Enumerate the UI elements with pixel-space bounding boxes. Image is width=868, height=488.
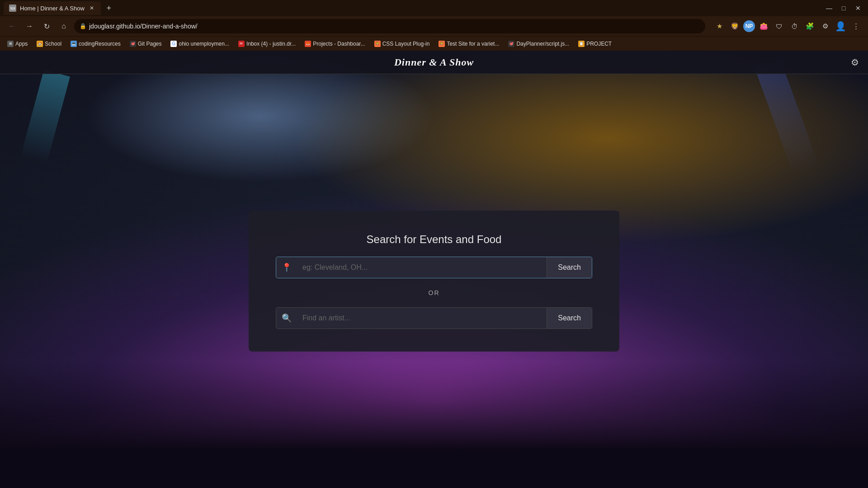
brave-icon[interactable]: 🦁 (728, 19, 741, 33)
search-icon: 🔍 (276, 308, 297, 328)
bookmark-gitlab[interactable]: 🦊 Projects - Dashboar... (301, 38, 368, 49)
bookmark-github[interactable]: 🐙 DayPlanner/script.js... (505, 38, 573, 49)
location-search-input[interactable] (297, 257, 547, 278)
bookmark-project-label: PROJECT (586, 41, 612, 47)
bookmark-apps[interactable]: ⊞ Apps (4, 38, 31, 49)
bookmark-gmail-label: Inbox (4) - justin.dr... (246, 41, 296, 47)
app-settings-button[interactable]: ⚙ (849, 55, 861, 70)
github-favicon: 🐙 (508, 41, 514, 47)
bookmark-google-label: ohio unemploymen... (179, 41, 229, 47)
bookmark-gitlab-label: Projects - Dashboar... (313, 41, 365, 47)
address-text: jdouglasr.github.io/Dinner-and-a-show/ (89, 23, 700, 30)
bookmark-moz[interactable]: 🦁 CSS Layout Plug-in (371, 38, 434, 49)
history-icon[interactable]: ⏱ (788, 19, 801, 33)
wallet-icon[interactable]: 👛 (757, 19, 770, 33)
lock-icon: 🔒 (80, 23, 86, 29)
artist-search-row: 🔍 Search (276, 307, 592, 329)
bookmark-coding-label: codingResources (79, 41, 121, 47)
project-favicon: 📋 (578, 41, 585, 47)
bookmark-school[interactable]: 🏫 School (33, 38, 65, 49)
tab-title: Home | Dinner & A Show (20, 5, 85, 12)
bookmark-github-label: DayPlanner/script.js... (516, 41, 569, 47)
maximize-button[interactable]: □ (837, 2, 850, 14)
apps-favicon: ⊞ (7, 41, 14, 47)
forward-button[interactable]: → (23, 19, 36, 33)
coding-favicon: 💻 (71, 41, 77, 47)
toolbar-icons: ★ 🦁 NP 👛 🛡 ⏱ 🧩 ⚙ 👤 ⋮ (712, 19, 863, 33)
gmail-favicon: ✉ (238, 41, 245, 47)
school-favicon: 🏫 (37, 41, 43, 47)
app-navbar: Dinner & A Show ⚙ (0, 51, 868, 74)
moz-favicon: 🦁 (374, 41, 381, 47)
page-content: Dinner & A Show ⚙ Search for Events and … (0, 51, 868, 488)
bookmark-project[interactable]: 📋 PROJECT (575, 38, 615, 49)
app-title: Dinner & A Show (394, 56, 474, 68)
search-card: Search for Events and Food 📍 Search OR 🔍… (249, 211, 619, 352)
profile-icon[interactable]: NP (743, 20, 755, 32)
bookmark-coding[interactable]: 💻 codingResources (67, 38, 124, 49)
tab-bar: 🍽 Home | Dinner & A Show ✕ + — □ ✕ (0, 0, 868, 16)
home-button[interactable]: ⌂ (57, 19, 71, 33)
search-heading: Search for Events and Food (367, 233, 502, 246)
tab-close-button[interactable]: ✕ (88, 5, 95, 12)
bookmark-school-label: School (45, 41, 61, 47)
bookmark-star-icon[interactable]: ★ (712, 19, 726, 33)
address-input[interactable]: 🔒 jdouglasr.github.io/Dinner-and-a-show/ (74, 19, 705, 33)
avatar-icon[interactable]: 👤 (834, 19, 847, 33)
new-tab-button[interactable]: + (103, 2, 115, 14)
window-controls: — □ ✕ (823, 2, 864, 14)
active-tab[interactable]: 🍽 Home | Dinner & A Show ✕ (4, 1, 101, 15)
shield-icon[interactable]: 🛡 (772, 19, 786, 33)
tab-favicon: 🍽 (9, 5, 16, 12)
address-bar: ← → ↻ ⌂ 🔒 jdouglasr.github.io/Dinner-and… (0, 16, 868, 36)
settings-icon[interactable]: ⚙ (818, 19, 832, 33)
moz2-favicon: 🦁 (439, 41, 445, 47)
close-button[interactable]: ✕ (852, 2, 864, 14)
bookmark-gmail[interactable]: ✉ Inbox (4) - justin.dr... (235, 38, 299, 49)
minimize-button[interactable]: — (823, 2, 835, 14)
artist-search-input[interactable] (297, 308, 547, 328)
location-search-row: 📍 Search (276, 257, 592, 278)
extensions-icon[interactable]: 🧩 (803, 19, 816, 33)
main-content: Search for Events and Food 📍 Search OR 🔍… (0, 74, 868, 488)
bookmark-gitpages[interactable]: 🐙 Git Pages (126, 38, 165, 49)
location-icon: 📍 (276, 257, 297, 278)
bookmark-moz-label: CSS Layout Plug-in (382, 41, 430, 47)
or-divider: OR (429, 289, 440, 296)
gitlab-favicon: 🦊 (305, 41, 311, 47)
gitpages-favicon: 🐙 (130, 41, 136, 47)
bookmark-gitpages-label: Git Pages (138, 41, 162, 47)
back-button[interactable]: ← (5, 19, 19, 33)
artist-search-button[interactable]: Search (547, 308, 592, 328)
bookmark-moz2-label: Test Site for a variet... (447, 41, 499, 47)
bookmark-moz2[interactable]: 🦁 Test Site for a variet... (435, 38, 503, 49)
bookmark-apps-label: Apps (15, 41, 28, 47)
google-favicon: G (170, 41, 177, 47)
location-search-button[interactable]: Search (547, 257, 592, 278)
more-icon[interactable]: ⋮ (849, 19, 863, 33)
bookmark-google[interactable]: G ohio unemploymen... (167, 38, 232, 49)
reload-button[interactable]: ↻ (40, 19, 53, 33)
bookmarks-bar: ⊞ Apps 🏫 School 💻 codingResources 🐙 Git … (0, 36, 868, 51)
